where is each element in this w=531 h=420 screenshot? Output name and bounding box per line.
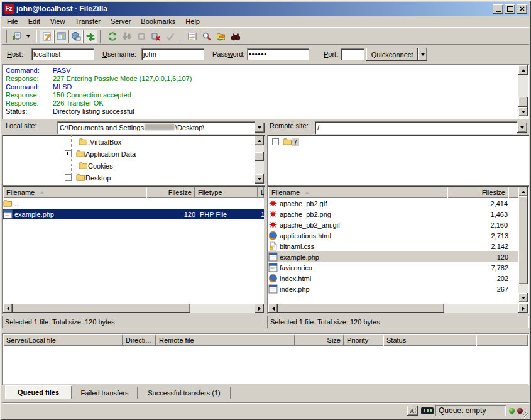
- refresh-button[interactable]: [105, 30, 119, 43]
- queue-col-server-local-file[interactable]: Server/Local file: [3, 334, 123, 346]
- queue-col-size[interactable]: Size: [295, 334, 344, 346]
- remote-row[interactable]: index.html202: [268, 273, 518, 284]
- tree-item-root[interactable]: /: [272, 136, 299, 148]
- reconnect-button[interactable]: [163, 30, 177, 43]
- username-input[interactable]: [141, 48, 204, 60]
- menu-help[interactable]: Help: [180, 16, 205, 26]
- filter-button[interactable]: [185, 30, 199, 43]
- local-tree-scroll-up[interactable]: [255, 136, 264, 145]
- disconnect-icon: [151, 31, 161, 41]
- remote-row[interactable]: applications.html2,713: [268, 230, 518, 241]
- transfer-queue-panel[interactable]: Server/Local file Directi... Remote file…: [2, 333, 529, 385]
- local-list-hscrollbar-thumb[interactable]: [13, 304, 190, 313]
- menu-transfer[interactable]: Transfer: [70, 16, 106, 26]
- remote-treeview-toggle-button[interactable]: [68, 30, 83, 43]
- remote-file-list[interactable]: Filename Filesize apache_pb2.gif2,414 ap…: [267, 185, 529, 314]
- expand-icon[interactable]: [65, 150, 72, 157]
- remote-list-scroll-up[interactable]: [518, 187, 528, 196]
- menu-view[interactable]: View: [45, 16, 70, 26]
- ascii-datatype-icon[interactable]: A: [407, 406, 418, 416]
- local-col-filename[interactable]: Filename: [3, 187, 146, 198]
- remote-list-vscrollbar-thumb[interactable]: [518, 196, 528, 284]
- remote-site-dropdown[interactable]: [517, 123, 527, 133]
- remote-list-scroll-down[interactable]: [518, 293, 528, 302]
- file-search-button[interactable]: [199, 30, 214, 43]
- username-label: Username:: [102, 50, 136, 58]
- local-col-lastmodified[interactable]: L: [258, 187, 264, 198]
- transfer-queue-toggle-button[interactable]: [83, 30, 97, 43]
- local-col-filesize[interactable]: Filesize: [146, 187, 195, 198]
- local-tree[interactable]: .VirtualBox Application Data Cookies Des…: [2, 135, 265, 185]
- message-log[interactable]: Command:PASV Response:227 Entering Passi…: [2, 64, 529, 119]
- disconnect-button[interactable]: [148, 30, 163, 43]
- site-manager-button[interactable]: [9, 30, 24, 43]
- tab-failed-transfers[interactable]: Failed transfers: [72, 387, 138, 399]
- log-scrollbar-thumb[interactable]: [518, 97, 528, 107]
- tab-queued-files[interactable]: Queued files: [5, 385, 72, 399]
- port-input[interactable]: [341, 48, 364, 60]
- queue-col-direction[interactable]: Directi...: [123, 334, 156, 346]
- site-manager-dropdown[interactable]: [24, 30, 32, 43]
- remote-list-scroll-right[interactable]: [518, 304, 528, 313]
- quickconnect-button[interactable]: Quickconnect: [366, 48, 418, 61]
- maximize-button[interactable]: [505, 4, 515, 14]
- title-bar[interactable]: Fz john@localhost - FileZilla: [2, 2, 529, 16]
- cancel-operation-button[interactable]: [134, 30, 148, 43]
- tree-item-application-data[interactable]: Application Data: [65, 148, 136, 160]
- toolbar-grip[interactable]: [4, 30, 7, 43]
- remote-row-selected[interactable]: example.php120: [268, 251, 518, 262]
- menu-server[interactable]: Server: [106, 16, 136, 26]
- tree-item-virtualbox[interactable]: .VirtualBox: [67, 136, 121, 148]
- local-row-parent[interactable]: ..: [3, 198, 264, 209]
- queue-col-remote-file[interactable]: Remote file: [156, 334, 295, 346]
- expand-icon[interactable]: [272, 138, 279, 145]
- remote-row[interactable]: index.php267: [268, 284, 518, 294]
- remote-list-scroll-left[interactable]: [268, 304, 278, 313]
- remote-list-hscrollbar-thumb[interactable]: [278, 304, 444, 313]
- close-button[interactable]: [517, 4, 527, 14]
- remote-row[interactable]: apache_pb2_ani.gif2,160: [268, 219, 518, 230]
- local-tree-scrollbar-thumb[interactable]: [255, 152, 264, 161]
- local-file-list[interactable]: Filename Filesize Filetype L .. example.…: [2, 185, 265, 314]
- compare-directories-button[interactable]: [214, 30, 228, 43]
- speed-limit-icon[interactable]: [421, 407, 434, 414]
- remote-site-combobox[interactable]: /: [315, 121, 517, 134]
- quickconnect-bar: Host: Username: Password: Port: Quickcon…: [2, 44, 529, 64]
- remote-row[interactable]: favicon.ico7,782: [268, 262, 518, 273]
- refresh-icon: [107, 31, 118, 41]
- log-scroll-down[interactable]: [518, 107, 528, 116]
- host-input[interactable]: [31, 48, 94, 60]
- local-row-example-php[interactable]: example.php 120 PHP File 1: [3, 209, 264, 219]
- local-col-filetype[interactable]: Filetype: [195, 187, 258, 198]
- local-treeview-toggle-button[interactable]: [54, 30, 68, 43]
- remote-row[interactable]: bitnami.css2,142: [268, 241, 518, 251]
- local-site-combobox[interactable]: C:\Documents and Settings\Desktop\: [57, 121, 255, 134]
- message-log-toggle-button[interactable]: [40, 30, 54, 43]
- remote-col-filename[interactable]: Filename: [268, 187, 447, 198]
- resize-grip[interactable]: [520, 410, 528, 418]
- local-site-dropdown[interactable]: [255, 123, 265, 133]
- process-queue-button[interactable]: [119, 30, 134, 43]
- password-input[interactable]: [247, 48, 309, 60]
- minimize-button[interactable]: [493, 4, 503, 14]
- collapse-icon[interactable]: [65, 174, 72, 181]
- tree-item-desktop[interactable]: Desktop: [65, 172, 111, 184]
- folder-icon: [76, 149, 85, 158]
- local-list-scroll-left[interactable]: [3, 304, 13, 313]
- remote-row[interactable]: apache_pb2.png1,463: [268, 209, 518, 219]
- queue-col-priority[interactable]: Priority: [344, 334, 383, 346]
- tab-successful-transfers[interactable]: Successful transfers (1): [138, 387, 231, 399]
- synchronized-browsing-button[interactable]: [228, 30, 243, 43]
- remote-row[interactable]: apache_pb2.gif2,414: [268, 198, 518, 209]
- remote-col-filesize[interactable]: Filesize: [447, 187, 508, 198]
- remote-tree[interactable]: /: [267, 135, 529, 185]
- quickconnect-dropdown[interactable]: [418, 48, 427, 61]
- menu-bookmarks[interactable]: Bookmarks: [136, 16, 180, 26]
- tree-item-cookies[interactable]: Cookies: [67, 160, 113, 172]
- menu-edit[interactable]: Edit: [23, 16, 45, 26]
- menu-file[interactable]: File: [2, 16, 23, 26]
- queue-col-status[interactable]: Status: [383, 334, 476, 346]
- local-list-scroll-right[interactable]: [255, 304, 264, 313]
- log-scroll-up[interactable]: [518, 65, 528, 75]
- local-tree-scroll-down[interactable]: [255, 174, 264, 184]
